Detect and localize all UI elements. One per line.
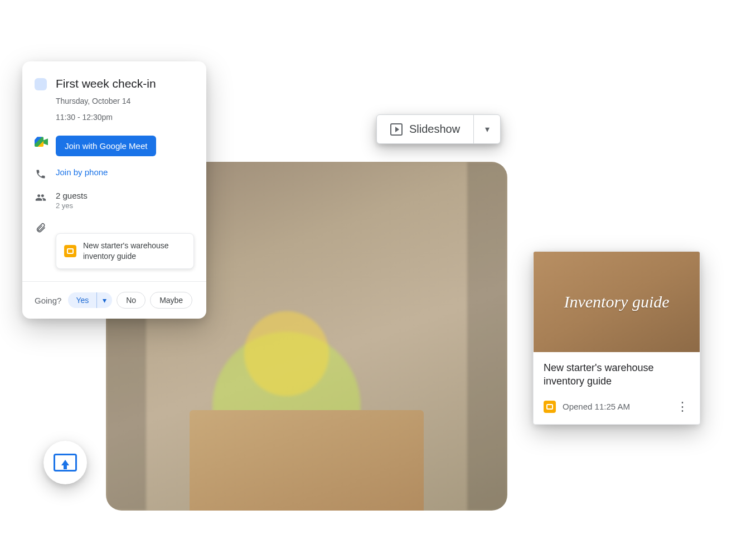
guests-row: 2 guests 2 yes [35,191,194,210]
rsvp-no-button[interactable]: No [117,292,146,309]
file-thumbnail: Inventory guide [534,252,700,352]
rsvp-yes-button[interactable]: Yes ▾ [68,292,112,308]
guests-yes-count: 2 yes [56,201,88,210]
attachment-chip[interactable]: New starter's warehouse inventory guide [56,233,194,269]
event-date: Thursday, October 14 [56,95,156,107]
event-color-chip [35,78,47,90]
calendar-event-card: First week check-in Thursday, October 14… [22,61,206,319]
photo-box-prop [190,410,424,511]
join-by-phone-link[interactable]: Join by phone [56,167,108,177]
upload-button[interactable] [43,441,87,484]
attachment-icon [35,222,46,233]
slideshow-button-group: Slideshow ▾ [376,114,501,144]
chevron-down-icon: ▾ [485,124,490,134]
rsvp-footer: Going? Yes ▾ No Maybe [22,281,206,319]
meet-row: Join with Google Meet [35,136,194,156]
join-meet-button[interactable]: Join with Google Meet [56,136,156,156]
play-icon [390,123,403,136]
thumbnail-title: Inventory guide [564,292,669,311]
file-title: New starter's warehouse inventory guide [544,361,690,388]
event-title: First week check-in [56,76,156,91]
slideshow-dropdown[interactable]: ▾ [473,115,500,143]
upload-icon [54,454,77,472]
guests-count: 2 guests [56,191,88,200]
going-label: Going? [35,296,61,305]
rsvp-yes-dropdown-icon[interactable]: ▾ [96,292,112,308]
phone-icon [35,169,46,180]
slideshow-button[interactable]: Slideshow [377,115,473,143]
slides-icon [64,245,76,257]
google-meet-icon [35,137,47,147]
slides-icon [544,401,556,413]
event-header: First week check-in Thursday, October 14… [35,76,194,123]
attachment-row [35,221,194,233]
more-options-icon[interactable]: ⋮ [672,397,692,416]
phone-row: Join by phone [35,167,194,180]
rsvp-maybe-button[interactable]: Maybe [150,292,192,309]
event-time: 11:30 - 12:30pm [56,112,156,123]
slides-file-card[interactable]: Inventory guide New starter's warehouse … [533,251,700,425]
people-icon [35,192,46,203]
file-opened-time: Opened 11:25 AM [563,402,665,411]
attachment-name: New starter's warehouse inventory guide [83,240,186,262]
slideshow-label: Slideshow [409,123,460,136]
